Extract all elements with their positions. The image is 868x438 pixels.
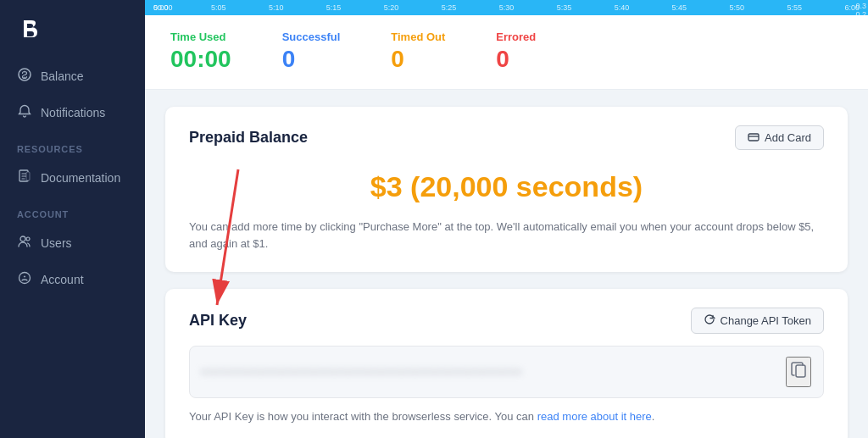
logo-icon <box>17 15 44 42</box>
prepaid-balance-title: Prepaid Balance <box>189 129 308 147</box>
stats-row: Time Used 00:00 Successful 0 Timed Out 0… <box>145 15 868 90</box>
stat-timed-out-value: 0 <box>391 45 445 74</box>
stat-time-used-value: 00:00 <box>170 45 231 74</box>
sidebar-item-users[interactable]: Users <box>0 225 145 261</box>
svg-rect-2 <box>26 172 30 180</box>
notifications-icon <box>17 104 32 120</box>
sidebar-item-notifications[interactable]: Notifications <box>0 94 145 130</box>
logo-area <box>0 0 145 58</box>
account-icon <box>17 271 32 287</box>
svg-point-3 <box>20 236 25 241</box>
sidebar-item-documentation[interactable]: Documentation <box>0 159 145 196</box>
chart-x-axis: 5:00 5:05 5:10 5:15 5:20 5:25 5:30 5:35 … <box>153 3 860 12</box>
prepaid-balance-header: Prepaid Balance Add Card <box>189 125 824 150</box>
stat-timed-out-label: Timed Out <box>391 30 445 43</box>
sidebar: Balance Notifications Resources Document… <box>0 0 145 438</box>
change-api-token-button[interactable]: Change API Token <box>691 308 824 334</box>
sidebar-item-label: Balance <box>41 69 84 83</box>
sidebar-item-label: Documentation <box>41 171 120 185</box>
stat-successful-label: Successful <box>282 30 341 43</box>
svg-rect-8 <box>748 134 759 141</box>
balance-icon <box>17 68 32 84</box>
stat-time-used: Time Used 00:00 <box>170 30 231 74</box>
balance-amount: $3 (20,000 seconds) <box>189 162 824 219</box>
add-card-button[interactable]: Add Card <box>735 125 824 150</box>
main-content: 00:00 00:00 00:00 00:00 <box>145 0 868 438</box>
main-wrapper: 00:00 00:00 00:00 00:00 <box>145 0 868 438</box>
api-key-title: API Key <box>189 312 247 330</box>
account-section-label: Account <box>0 196 145 225</box>
sidebar-item-balance[interactable]: Balance <box>0 58 145 94</box>
stat-errored-value: 0 <box>496 45 536 74</box>
documentation-icon <box>17 169 32 186</box>
sidebar-item-label: Users <box>41 236 72 250</box>
api-key-link[interactable]: read more about it here <box>537 410 652 423</box>
stat-successful: Successful 0 <box>282 30 341 74</box>
api-key-field: ••••••••••••••••••••••••••••••••••••••••… <box>189 346 824 398</box>
add-card-label: Add Card <box>765 131 811 144</box>
change-api-token-label: Change API Token <box>721 314 811 327</box>
svg-point-4 <box>26 237 30 241</box>
stat-errored: Errored 0 <box>496 30 536 74</box>
sidebar-item-label: Account <box>41 273 84 286</box>
sidebar-item-label: Notifications <box>41 106 105 119</box>
copy-api-key-button[interactable] <box>786 357 811 387</box>
api-key-card: API Key Change API Token •••••••••••••••… <box>165 289 848 438</box>
api-key-description: Your API Key is how you interact with th… <box>189 408 824 426</box>
stat-successful-value: 0 <box>282 45 341 74</box>
stat-time-used-label: Time Used <box>170 30 231 43</box>
svg-point-5 <box>19 273 31 284</box>
balance-description: You can add more time by clicking "Purch… <box>189 219 824 254</box>
stat-errored-label: Errored <box>496 30 536 43</box>
users-icon <box>17 235 32 251</box>
credit-card-icon <box>748 131 760 144</box>
api-key-masked-value: ••••••••••••••••••••••••••••••••••••••••… <box>202 365 786 379</box>
chart-area: 00:00 00:00 00:00 00:00 <box>145 0 868 15</box>
stat-timed-out: Timed Out 0 <box>391 30 445 74</box>
svg-rect-9 <box>796 365 805 377</box>
prepaid-balance-card: Prepaid Balance Add Card $3 (20,000 seco… <box>165 107 848 273</box>
sidebar-nav: Balance Notifications Resources Document… <box>0 58 145 438</box>
refresh-icon <box>704 313 715 328</box>
sidebar-item-account[interactable]: Account <box>0 261 145 297</box>
api-key-header: API Key Change API Token <box>189 308 824 334</box>
resources-section-label: Resources <box>0 130 145 159</box>
